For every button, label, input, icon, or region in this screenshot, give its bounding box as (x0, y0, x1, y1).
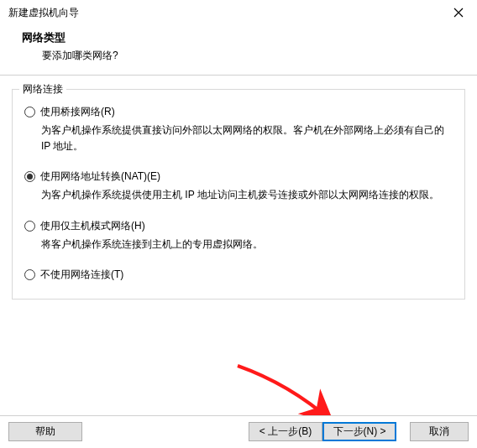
network-group: 网络连接 使用桥接网络(R) 为客户机操作系统提供直接访问外部以太网网络的权限。… (12, 89, 465, 300)
option-description: 将客户机操作系统连接到主机上的专用虚拟网络。 (41, 237, 453, 253)
radio-bridged[interactable]: 使用桥接网络(R) (24, 105, 453, 119)
radio-icon (24, 171, 35, 182)
titlebar: 新建虚拟机向导 (0, 0, 477, 25)
option-none: 不使用网络连接(T) (24, 268, 453, 282)
next-button[interactable]: 下一步(N) > (322, 422, 396, 441)
option-label: 使用桥接网络(R) (40, 105, 115, 119)
footer: 帮助 < 上一步(B) 下一步(N) > 取消 (0, 415, 477, 448)
group-label: 网络连接 (19, 82, 66, 96)
option-description: 为客户机操作系统提供使用主机 IP 地址访问主机拨号连接或外部以太网网络连接的权… (41, 187, 453, 203)
window-title: 新建虚拟机向导 (8, 6, 79, 20)
option-label: 不使用网络连接(T) (40, 268, 123, 282)
page-heading: 网络类型 (22, 30, 460, 45)
content-area: 网络连接 使用桥接网络(R) 为客户机操作系统提供直接访问外部以太网网络的权限。… (0, 76, 477, 308)
back-button[interactable]: < 上一步(B) (249, 422, 322, 441)
cancel-button[interactable]: 取消 (410, 422, 469, 441)
page-subheading: 要添加哪类网络? (42, 49, 460, 63)
option-bridged: 使用桥接网络(R) 为客户机操作系统提供直接访问外部以太网网络的权限。客户机在外… (24, 105, 453, 154)
option-label: 使用网络地址转换(NAT)(E) (40, 169, 160, 184)
option-nat: 使用网络地址转换(NAT)(E) 为客户机操作系统提供使用主机 IP 地址访问主… (24, 169, 453, 203)
help-button[interactable]: 帮助 (8, 422, 82, 441)
wizard-header: 网络类型 要添加哪类网络? (0, 25, 477, 75)
radio-none[interactable]: 不使用网络连接(T) (24, 268, 453, 282)
radio-nat[interactable]: 使用网络地址转换(NAT)(E) (24, 169, 453, 184)
close-icon[interactable] (447, 1, 470, 24)
radio-hostonly[interactable]: 使用仅主机模式网络(H) (24, 219, 453, 233)
radio-icon (24, 221, 35, 232)
radio-icon (24, 269, 35, 280)
radio-icon (24, 107, 35, 117)
option-hostonly: 使用仅主机模式网络(H) 将客户机操作系统连接到主机上的专用虚拟网络。 (24, 219, 453, 253)
option-description: 为客户机操作系统提供直接访问外部以太网网络的权限。客户机在外部网络上必须有自己的… (41, 122, 453, 154)
option-label: 使用仅主机模式网络(H) (40, 219, 145, 233)
